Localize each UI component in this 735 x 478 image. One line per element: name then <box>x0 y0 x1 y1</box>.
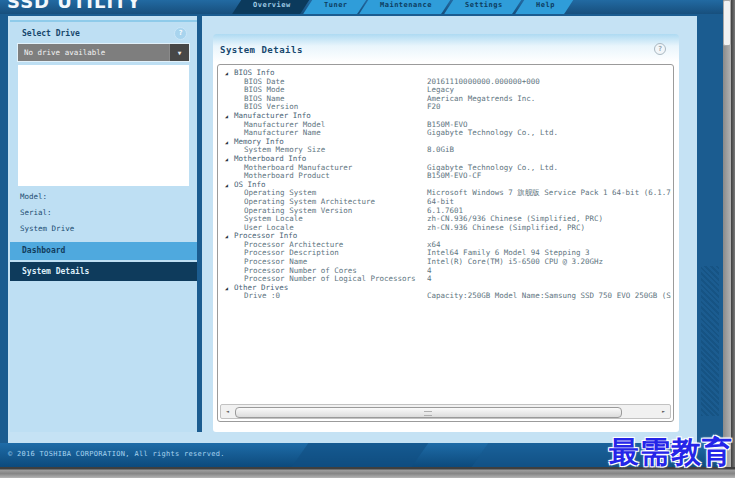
sidebar-nav: DashboardSystem Details <box>10 242 197 283</box>
tree-section-label: Motherboard Info <box>234 155 306 164</box>
system-details-tree: ◢BIOS InfoBIOS Date20161110000000.000000… <box>222 69 671 301</box>
tree-section[interactable]: ◢Other Drives <box>222 284 671 293</box>
tab-label: Overview <box>253 0 291 14</box>
tree-item-value: 8.0GiB <box>427 146 454 155</box>
tree-item-value: B150M-EVO <box>427 121 468 130</box>
tree-item: Operating System Version6.1.7601 <box>222 207 671 216</box>
tree-item-label: Manufacturer Model <box>244 121 325 130</box>
tree-item-label: BIOS Date <box>244 78 285 87</box>
nav-tabs: OverviewTunerMaintenanceSettingsHelp <box>238 0 570 14</box>
tree-section-label: Processor Info <box>234 232 297 241</box>
scrollbar-thumb[interactable] <box>235 407 622 418</box>
tree-item: System Localezh-CN.936/936 Chinese (Simp… <box>222 215 671 224</box>
select-drive-label: Select Drive <box>22 29 80 38</box>
app-logo: SSD UTILITY <box>7 0 141 12</box>
tree-expanded-icon[interactable]: ◢ <box>225 138 228 147</box>
tree-expanded-icon[interactable]: ◢ <box>225 181 228 190</box>
tree-item-label: Drive :0 <box>244 292 280 301</box>
tree-item-label: Motherboard Manufacturer <box>244 164 352 173</box>
drive-select-value: No drive available <box>24 44 105 61</box>
tree-section[interactable]: ◢Manufacturer Info <box>222 112 671 121</box>
panel-divider <box>197 16 202 432</box>
tree-item-label: Operating System Architecture <box>244 198 375 207</box>
tree-item-value: 4 <box>427 267 432 276</box>
system-drive-label: System Drive <box>20 224 74 233</box>
tree-expanded-icon[interactable]: ◢ <box>225 69 228 78</box>
tree-item-value: F20 <box>427 103 441 112</box>
app-header: SSD UTILITY OverviewTunerMaintenanceSett… <box>0 0 731 14</box>
tree-item-label: System Locale <box>244 215 303 224</box>
tree-item: Motherboard ManufacturerGigabyte Technol… <box>222 164 671 173</box>
scroll-right-icon[interactable]: ► <box>657 406 670 417</box>
tree-section[interactable]: ◢Processor Info <box>222 232 671 241</box>
model-label: Model: <box>20 192 47 201</box>
serial-label: Serial: <box>20 208 52 217</box>
tree-item: Processor Architecturex64 <box>222 241 671 250</box>
tree-item-label: Processor Number of Cores <box>244 267 357 276</box>
copyright-text: © 2016 TOSHIBA CORPORATION, All rights r… <box>8 443 225 465</box>
sidebar-item-dashboard[interactable]: Dashboard <box>10 242 197 260</box>
tree-section[interactable]: ◢Motherboard Info <box>222 155 671 164</box>
tree-item: User Localezh-CN.936 Chinese (Simplified… <box>222 224 671 233</box>
sidebar: Select Drive ? No drive available ▼ Mode… <box>10 20 197 432</box>
tree-item: BIOS Date20161110000000.000000+000 <box>222 78 671 87</box>
tree-item-label: Operating System <box>244 189 316 198</box>
tree-expanded-icon[interactable]: ◢ <box>225 284 228 293</box>
watermark-text: 最需教育 <box>609 432 733 473</box>
tree-item-label: BIOS Name <box>244 95 285 104</box>
tree-expanded-icon[interactable]: ◢ <box>225 155 228 164</box>
tab-overview[interactable]: Overview <box>232 0 313 14</box>
tree-item-value: zh-CN.936 Chinese (Simplified, PRC) <box>427 224 585 233</box>
tree-section[interactable]: ◢BIOS Info <box>222 69 671 78</box>
tree-item-value: zh-CN.936/936 Chinese (Simplified, PRC) <box>427 215 603 224</box>
tree-item: BIOS VersionF20 <box>222 103 671 112</box>
right-decoration <box>697 16 723 443</box>
help-icon[interactable]: ? <box>174 27 187 40</box>
help-icon[interactable]: ? <box>654 43 666 55</box>
sidebar-item-system-details[interactable]: System Details <box>10 262 197 281</box>
tree-item-value: Gigabyte Technology Co., Ltd. <box>427 129 558 138</box>
tree-item-label: Manufacturer Name <box>244 129 321 138</box>
main-panel: System Details ? ◢BIOS InfoBIOS Date2016… <box>213 34 679 432</box>
tab-maintenance[interactable]: Maintenance <box>359 0 454 14</box>
tree-item-value: 4 <box>427 275 432 284</box>
tree-item-label: Motherboard Product <box>244 172 330 181</box>
tree-item-label: BIOS Mode <box>244 86 285 95</box>
tree-item: Operating System Architecture64-bit <box>222 198 671 207</box>
tab-help[interactable]: Help <box>514 0 576 14</box>
app-window: SSD UTILITY OverviewTunerMaintenanceSett… <box>0 0 735 478</box>
tree-section-label: Memory Info <box>234 138 284 147</box>
tree-item-value: 6.1.7601 <box>427 207 463 216</box>
tree-item-value: x64 <box>427 241 441 250</box>
tree-item: Processor DescriptionIntel64 Family 6 Mo… <box>222 249 671 258</box>
drive-select-dropdown[interactable]: No drive available ▼ <box>18 44 189 61</box>
system-details-box: ◢BIOS InfoBIOS Date20161110000000.000000… <box>217 64 674 422</box>
tree-item: Manufacturer ModelB150M-EVO <box>222 121 671 130</box>
chevron-down-icon[interactable]: ▼ <box>169 44 189 61</box>
tree-section[interactable]: ◢Memory Info <box>222 138 671 147</box>
tree-item-label: Operating System Version <box>244 207 352 216</box>
tree-item: Drive :0Capacity:250GB Model Name:Samsun… <box>222 292 671 301</box>
vertical-scrollbar[interactable] <box>723 0 731 467</box>
tree-expanded-icon[interactable]: ◢ <box>225 112 228 121</box>
tree-item-value: American Megatrends Inc. <box>427 95 535 104</box>
tree-section-label: Other Drives <box>234 284 288 293</box>
drive-list[interactable] <box>18 65 189 186</box>
horizontal-scrollbar[interactable]: ◄ ► <box>220 404 671 419</box>
tree-item-value: Intel64 Family 6 Model 94 Stepping 3 <box>427 249 590 258</box>
tree-item-value: Gigabyte Technology Co., Ltd. <box>427 164 558 173</box>
tab-settings[interactable]: Settings <box>444 0 525 14</box>
tree-section-label: BIOS Info <box>234 69 275 78</box>
scroll-left-icon[interactable]: ◄ <box>221 406 234 417</box>
tree-item: BIOS ModeLegacy <box>222 86 671 95</box>
scrollbar-thumb[interactable] <box>723 0 731 46</box>
tree-item-value: 20161110000000.000000+000 <box>427 78 540 87</box>
tree-expanded-icon[interactable]: ◢ <box>225 232 228 241</box>
tree-item: Processor Number of Logical Processors4 <box>222 275 671 284</box>
tree-section[interactable]: ◢OS Info <box>222 181 671 190</box>
tree-item: Processor Number of Cores4 <box>222 267 671 276</box>
tree-section-label: OS Info <box>234 181 266 190</box>
tree-item-value: Microsoft Windows 7 旗舰版 Service Pack 1 6… <box>427 189 671 198</box>
tab-tuner[interactable]: Tuner <box>302 0 369 14</box>
scrollbar-track[interactable] <box>234 406 657 417</box>
